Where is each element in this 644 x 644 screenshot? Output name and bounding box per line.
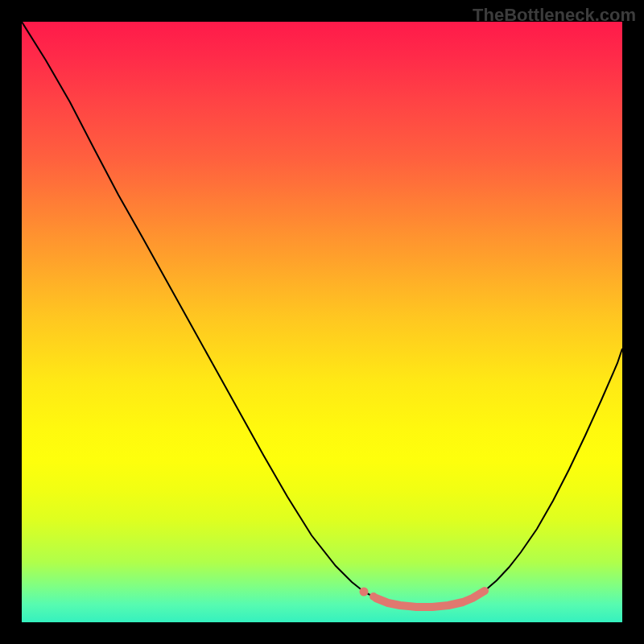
gradient-background: [22, 22, 622, 622]
watermark-text: TheBottleneck.com: [473, 5, 636, 26]
chart-plot-area: [22, 22, 622, 622]
